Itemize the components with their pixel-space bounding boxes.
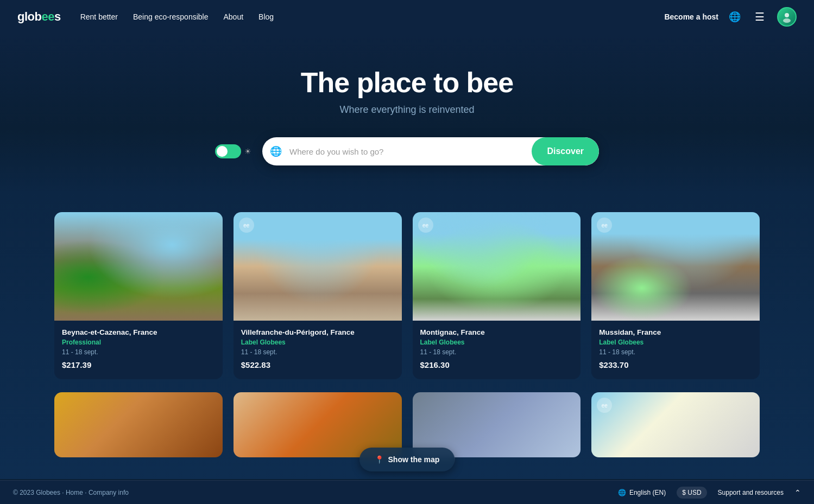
footer-currency[interactable]: $ USD <box>677 487 706 499</box>
card-price-3: $216.30 <box>420 360 573 369</box>
card-label-2: Label Globees <box>241 339 394 346</box>
card-badge-2: ee <box>239 218 254 233</box>
toggle-knob <box>217 146 228 157</box>
card-label-1: Professional <box>62 339 215 346</box>
card-info-1: Beynac-et-Cazenac, France Professional 1… <box>54 321 223 379</box>
card-location-3: Montignac, France <box>420 328 573 336</box>
card-info-4: Mussidan, France Label Globees 11 - 18 s… <box>591 321 760 379</box>
card-image-beynac <box>54 212 223 321</box>
hero-subtitle: Where everything is reinvented <box>17 104 797 116</box>
card-price-1: $217.39 <box>62 360 215 369</box>
toggle-container: ☀ <box>215 144 251 158</box>
footer-globe-icon: 🌐 <box>618 489 626 496</box>
nav-right: Become a host 🌐 ☰ <box>664 7 797 27</box>
nav-item-rent[interactable]: Rent better <box>80 12 118 22</box>
footer-copyright: © 2023 Globees · Home · Company info <box>13 489 129 496</box>
card-image-villefranche: ee <box>234 212 402 321</box>
property-grid: Beynac-et-Cazenac, France Professional 1… <box>54 212 760 379</box>
listings-section: Beynac-et-Cazenac, France Professional 1… <box>0 193 814 479</box>
card-badge-row2: ee <box>597 398 612 413</box>
footer-right: 🌐 English (EN) $ USD Support and resourc… <box>618 487 801 499</box>
card-price-2: $522.83 <box>241 360 394 369</box>
card-dates-4: 11 - 18 sept. <box>599 348 752 356</box>
nav-item-about[interactable]: About <box>223 12 243 22</box>
property-card[interactable]: ee Mussidan, France Label Globees 11 - 1… <box>591 212 760 379</box>
svg-point-1 <box>783 18 791 23</box>
search-bar-wrapper: ☀ 🌐 Discover <box>17 137 797 165</box>
footer-language[interactable]: 🌐 English (EN) <box>618 489 666 496</box>
card-info-3: Montignac, France Label Globees 11 - 18 … <box>413 321 581 379</box>
property-card[interactable]: ee Villefranche-du-Périgord, France Labe… <box>234 212 402 379</box>
footer-language-label: English (EN) <box>629 489 666 496</box>
card-location-1: Beynac-et-Cazenac, France <box>62 328 215 336</box>
property-card-partial-1[interactable] <box>54 392 223 457</box>
svg-point-0 <box>785 13 789 17</box>
card-image-montignac: ee <box>413 212 581 321</box>
property-card[interactable]: ee Montignac, France Label Globees 11 - … <box>413 212 581 379</box>
footer-bar: © 2023 Globees · Home · Company info 🌐 E… <box>0 480 814 504</box>
become-host-link[interactable]: Become a host <box>664 12 718 21</box>
card-dates-3: 11 - 18 sept. <box>420 348 573 356</box>
avatar[interactable] <box>777 7 797 27</box>
search-input[interactable] <box>289 147 532 156</box>
card-info-2: Villefranche-du-Périgord, France Label G… <box>234 321 402 379</box>
mode-toggle[interactable] <box>215 144 241 158</box>
show-map-label: Show the map <box>388 455 440 464</box>
hero-section: The place to bee Where everything is rei… <box>0 34 814 193</box>
nav-left: globees Rent better Being eco-responsibl… <box>17 10 274 24</box>
search-bar: 🌐 Discover <box>262 137 599 165</box>
nav-links: Rent better Being eco-responsible About … <box>80 12 274 22</box>
nav-item-blog[interactable]: Blog <box>258 12 274 22</box>
card-badge-4: ee <box>597 218 612 233</box>
nav-item-eco[interactable]: Being eco-responsible <box>133 12 209 22</box>
chevron-up-icon[interactable]: ⌃ <box>794 488 801 497</box>
property-card-partial-4[interactable]: ee <box>591 392 760 457</box>
card-location-2: Villefranche-du-Périgord, France <box>241 328 394 336</box>
card-dates-1: 11 - 18 sept. <box>62 348 215 356</box>
card-badge-3: ee <box>418 218 433 233</box>
logo[interactable]: globees <box>17 10 61 24</box>
card-label-3: Label Globees <box>420 339 573 346</box>
discover-button[interactable]: Discover <box>532 137 599 165</box>
property-card[interactable]: Beynac-et-Cazenac, France Professional 1… <box>54 212 223 379</box>
menu-icon[interactable]: ☰ <box>751 8 768 25</box>
card-dates-2: 11 - 18 sept. <box>241 348 394 356</box>
show-map-button[interactable]: 📍 Show the map <box>359 448 455 471</box>
footer-support[interactable]: Support and resources <box>718 489 784 496</box>
nav-link-rent[interactable]: Rent better <box>80 12 118 21</box>
card-image-mussidan: ee <box>591 212 760 321</box>
card-price-4: $233.70 <box>599 360 752 369</box>
globe-icon[interactable]: 🌐 <box>727 9 742 24</box>
card-label-4: Label Globees <box>599 339 752 346</box>
nav-link-about[interactable]: About <box>223 12 243 21</box>
search-globe-icon: 🌐 <box>262 145 289 157</box>
nav-link-eco[interactable]: Being eco-responsible <box>133 12 209 21</box>
nav-link-blog[interactable]: Blog <box>258 12 274 21</box>
sun-icon: ☀ <box>244 147 251 156</box>
map-pin-icon: 📍 <box>375 455 384 464</box>
navbar: globees Rent better Being eco-responsibl… <box>0 0 814 34</box>
card-location-4: Mussidan, France <box>599 328 752 336</box>
hero-title: The place to bee <box>17 66 797 99</box>
